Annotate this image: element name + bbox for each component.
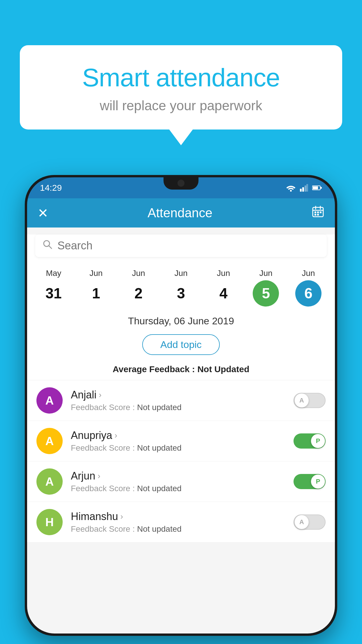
student-item-2[interactable]: AArjun ›Feedback Score : Not updatedP (27, 461, 335, 502)
speech-bubble-wrapper: Smart attendance will replace your paper… (20, 45, 342, 130)
attendance-toggle[interactable]: P (294, 474, 326, 489)
student-info: Anupriya ›Feedback Score : Not updated (71, 429, 294, 453)
svg-rect-2 (302, 187, 304, 192)
svg-rect-1 (300, 189, 302, 192)
svg-rect-7 (321, 187, 322, 189)
attendance-toggle[interactable]: A (294, 514, 326, 530)
student-feedback: Feedback Score : Not updated (71, 484, 294, 493)
student-avatar: A (36, 428, 63, 454)
battery-icon (312, 185, 322, 191)
toggle-knob: A (295, 515, 309, 529)
toggle-switch[interactable]: A (294, 393, 326, 408)
add-topic-container: Add topic (27, 330, 335, 361)
add-topic-button[interactable]: Add topic (142, 334, 220, 355)
feedback-label: Average Feedback : (113, 364, 195, 374)
cal-month: Jun (217, 269, 230, 278)
student-name: Anjali › (71, 389, 294, 401)
cal-number: 6 (295, 280, 321, 307)
attendance-toggle[interactable]: A (294, 393, 326, 408)
cal-number: 31 (41, 280, 67, 307)
bubble-subtitle: will replace your paperwork (37, 98, 325, 113)
svg-line-18 (49, 246, 52, 249)
svg-rect-13 (317, 211, 319, 213)
student-avatar: H (36, 509, 63, 535)
status-bar: 14:29 (27, 177, 335, 198)
app-bar-title: Attendance (147, 206, 212, 220)
student-item-1[interactable]: AAnupriya ›Feedback Score : Not updatedP (27, 421, 335, 461)
main-content: May31Jun1Jun2Jun3Jun4Jun5Jun6 Thursday, … (27, 235, 335, 542)
svg-rect-3 (305, 186, 306, 192)
student-info: Arjun ›Feedback Score : Not updated (71, 470, 294, 493)
date-display: Thursday, 06 June 2019 (27, 309, 335, 330)
cal-month: Jun (259, 269, 273, 278)
student-feedback: Feedback Score : Not updated (71, 403, 294, 412)
bubble-title: Smart attendance (37, 63, 325, 92)
cal-number: 2 (125, 280, 152, 307)
search-container (35, 235, 327, 257)
svg-rect-14 (320, 211, 321, 213)
student-list: AAnjali ›Feedback Score : Not updatedAAA… (27, 380, 335, 542)
student-item-3[interactable]: HHimanshu ›Feedback Score : Not updatedA (27, 502, 335, 542)
toggle-switch[interactable]: P (294, 433, 326, 449)
cal-number: 5 (253, 280, 279, 307)
cal-month: Jun (89, 269, 103, 278)
toggle-switch[interactable]: P (294, 474, 326, 489)
toggle-knob: P (311, 434, 325, 448)
student-feedback: Feedback Score : Not updated (71, 524, 294, 534)
student-item-0[interactable]: AAnjali ›Feedback Score : Not updatedA (27, 380, 335, 421)
student-info: Himanshu ›Feedback Score : Not updated (71, 510, 294, 534)
search-icon (42, 239, 53, 252)
student-feedback: Feedback Score : Not updated (71, 443, 294, 453)
toggle-knob: A (295, 393, 309, 407)
svg-rect-4 (306, 184, 308, 192)
status-icons (286, 184, 322, 192)
toggle-switch[interactable]: A (294, 514, 326, 530)
phone-frame: 14:29 (25, 175, 337, 636)
app-bar: ✕ Attendance (27, 198, 335, 228)
calendar-row: May31Jun1Jun2Jun3Jun4Jun5Jun6 (27, 264, 335, 309)
student-name: Anupriya › (71, 429, 294, 442)
toggle-knob: P (311, 475, 325, 489)
svg-rect-12 (314, 211, 316, 213)
cal-month: Jun (174, 269, 187, 278)
cal-month: Jun (302, 269, 315, 278)
attendance-toggle[interactable]: P (294, 433, 326, 449)
screen-content: May31Jun1Jun2Jun3Jun4Jun5Jun6 Thursday, … (27, 228, 335, 634)
calendar-day-0[interactable]: May31 (41, 269, 67, 307)
calendar-day-2[interactable]: Jun2 (125, 269, 152, 307)
svg-rect-6 (313, 186, 318, 189)
close-icon[interactable]: ✕ (38, 206, 48, 220)
calendar-icon[interactable] (312, 205, 324, 221)
cal-number: 4 (210, 280, 237, 307)
svg-rect-16 (317, 214, 319, 216)
feedback-value: Not Updated (197, 364, 249, 374)
cal-number: 3 (168, 280, 194, 307)
svg-rect-15 (314, 214, 316, 216)
camera-notch (178, 180, 184, 187)
student-name: Himanshu › (71, 510, 294, 523)
student-name: Arjun › (71, 470, 294, 482)
calendar-day-4[interactable]: Jun4 (210, 269, 237, 307)
notch (164, 177, 198, 190)
signal-icon (300, 184, 308, 192)
cal-month: May (46, 269, 61, 278)
calendar-day-3[interactable]: Jun3 (168, 269, 194, 307)
cal-month: Jun (132, 269, 145, 278)
student-avatar: A (36, 468, 63, 495)
wifi-icon (286, 184, 296, 192)
calendar-day-1[interactable]: Jun1 (83, 269, 109, 307)
svg-point-0 (290, 190, 292, 192)
phone-inner: 14:29 (27, 177, 335, 634)
cal-number: 1 (83, 280, 109, 307)
student-info: Anjali ›Feedback Score : Not updated (71, 389, 294, 412)
status-time: 14:29 (40, 183, 62, 193)
feedback-summary: Average Feedback : Not Updated (27, 361, 335, 380)
calendar-day-5[interactable]: Jun5 (253, 269, 279, 307)
student-avatar: A (36, 387, 63, 414)
calendar-day-6[interactable]: Jun6 (295, 269, 321, 307)
search-input[interactable] (57, 239, 320, 252)
speech-bubble: Smart attendance will replace your paper… (20, 45, 342, 130)
